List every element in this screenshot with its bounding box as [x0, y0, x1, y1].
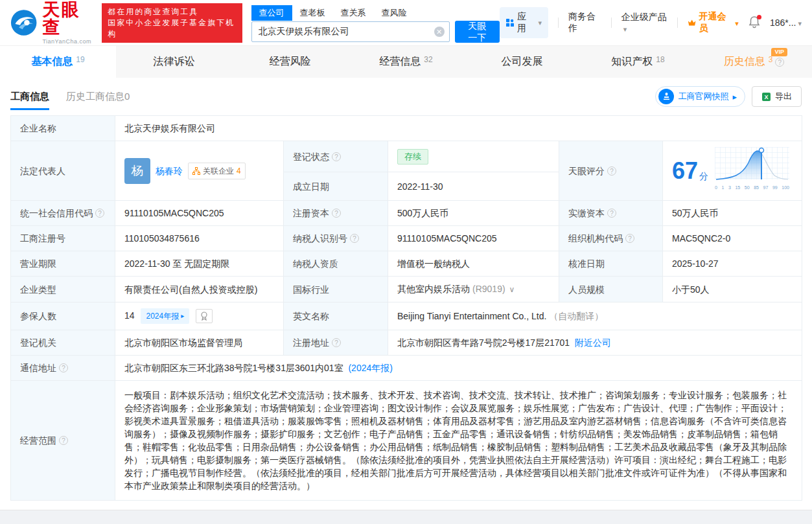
annual-report-badge[interactable]: 2024年报: [141, 308, 189, 324]
tab-count: 19: [76, 55, 84, 64]
help-icon[interactable]: [332, 152, 341, 161]
search-button[interactable]: 天眼一下: [455, 21, 500, 43]
field-label-tianyan-score: 天眼评分: [559, 141, 663, 201]
tab-operation-risk[interactable]: 经营风险: [232, 46, 348, 78]
search-tab-company[interactable]: 查公司: [251, 5, 292, 21]
field-value-credit-code: 91110105MAC5QNC205: [115, 201, 284, 226]
help-icon[interactable]: [95, 209, 104, 218]
avatar[interactable]: 杨: [124, 158, 150, 184]
field-value-org-code: MAC5QNC2-0: [663, 226, 802, 251]
field-label-company-name: 企业名称: [11, 116, 115, 141]
slogan-banner: 都在用的商业查询工具 国家中小企业发展子基金旗下机构: [102, 3, 242, 43]
field-value-legal-rep: 杨 杨春玲 关联企业 4: [115, 141, 284, 201]
help-icon[interactable]: [59, 436, 68, 445]
tab-label: 法律诉讼: [154, 55, 195, 69]
table-row: 登记机关 北京市朝阳区市场监督管理局 注册地址 北京市朝阳区青年路7号院2号楼1…: [11, 330, 802, 356]
field-label-business-term: 营业期限: [11, 251, 115, 277]
nav-enterprise-products[interactable]: 企业级产品: [621, 12, 667, 34]
table-row: 经营范围 一般项目：剧本娱乐活动；组织文化艺术交流活动；技术服务、技术开发、技术…: [11, 381, 802, 501]
search-tab-boss[interactable]: 查老板: [292, 5, 333, 21]
tab-intellectual-property[interactable]: 知识产权 18: [580, 46, 696, 78]
slogan-line1: 都在用的商业查询工具: [108, 6, 236, 17]
table-row: 工商注册号 110105034875616 纳税人识别号 91110105MAC…: [11, 226, 802, 251]
related-companies-count: 4: [237, 165, 241, 177]
search-area: 查公司 查老板 查关系 查风险 天眼一下: [251, 5, 500, 43]
field-value-company-type: 有限责任公司(自然人投资或控股): [115, 277, 284, 302]
help-icon[interactable]: [607, 166, 616, 176]
vip-upgrade-link[interactable]: 开通会员: [688, 11, 739, 34]
field-value-reg-number: 110105034875616: [115, 226, 284, 251]
score-value: 67分: [672, 159, 708, 183]
help-icon[interactable]: [625, 234, 634, 243]
notification-bell-icon[interactable]: [748, 16, 760, 29]
score-distribution-chart: 0131550859799100: [715, 147, 789, 194]
chevron-down-icon[interactable]: [505, 284, 515, 294]
nav-separator: [611, 17, 612, 28]
search-tab-relation[interactable]: 查关系: [333, 5, 374, 21]
subtab-row: 工商信息 历史工商信息0 工商官网快照 X 导出: [10, 78, 802, 115]
field-value-business-scope: 一般项目：剧本娱乐活动；组织文化艺术交流活动；技术服务、技术开发、技术咨询、技术…: [115, 381, 802, 501]
export-label: 导出: [775, 91, 792, 102]
annual-report-link[interactable]: (2024年报): [348, 363, 392, 373]
user-account-menu[interactable]: 186*...: [770, 17, 802, 28]
subtab-history-business-info[interactable]: 历史工商信息0: [66, 91, 130, 103]
tab-history-info[interactable]: VIP 历史信息 3: [696, 46, 812, 78]
vip-caret-icon: [734, 17, 739, 28]
auto-translate-note: （自动翻译）: [549, 311, 603, 321]
grid-icon: [506, 18, 514, 27]
arrow-right-icon: [732, 92, 737, 102]
field-label-reg-number: 工商注册号: [11, 226, 115, 251]
company-info-table: 企业名称 北京天伊娱乐有限公司 法定代表人 杨 杨春玲 关联企业: [10, 115, 802, 501]
tab-basic-info[interactable]: 基本信息 19: [0, 46, 116, 78]
slogan-line2: 国家中小企业发展子基金旗下机构: [108, 17, 236, 40]
tab-label: 经营风险: [270, 55, 311, 69]
tianyancha-logo-icon: [10, 8, 37, 37]
table-row: 法定代表人 杨 杨春玲 关联企业 4: [11, 141, 802, 172]
field-label-establish-date: 成立日期: [284, 172, 388, 201]
tab-operation-info[interactable]: 经营信息 32: [348, 46, 464, 78]
help-icon[interactable]: [59, 363, 68, 372]
stamp-icon: [658, 89, 674, 104]
field-label-reg-authority: 登记机关: [11, 330, 115, 356]
top-nav: 应用 商务合作 企业级产品 开通会员 186*...: [500, 7, 802, 38]
search-input[interactable]: [251, 21, 450, 42]
help-icon[interactable]: [607, 209, 616, 218]
export-button[interactable]: X 导出: [752, 86, 802, 107]
tab-label: 历史信息: [724, 55, 765, 69]
tab-company-development[interactable]: 公司发展: [464, 46, 580, 78]
field-label-reg-capital: 注册资本: [284, 201, 388, 226]
field-value-business-term: 2022-11-30 至 无固定期限: [115, 251, 284, 277]
crown-icon: [688, 19, 696, 27]
clear-icon[interactable]: [434, 27, 445, 37]
tab-count: 18: [656, 55, 664, 64]
field-label-org-code: 组织机构代码: [559, 226, 663, 251]
field-value-tianyan-score[interactable]: 67分: [663, 141, 802, 201]
tab-label: 知识产权: [611, 55, 653, 69]
apps-label: 应用: [517, 11, 533, 34]
field-value-staff-size: 小于50人: [663, 277, 802, 302]
nav-business-coop[interactable]: 商务合作: [568, 11, 601, 34]
tab-legal-proceedings[interactable]: 法律诉讼: [116, 46, 232, 78]
help-icon[interactable]: [332, 338, 341, 347]
help-icon[interactable]: [775, 58, 784, 67]
help-icon[interactable]: [332, 209, 341, 218]
field-value-taxpayer-quality: 增值税一般纳税人: [388, 251, 559, 277]
field-label-approval-date: 核准日期: [559, 251, 663, 277]
field-label-staff-size: 人员规模: [559, 277, 663, 302]
official-snapshot-button[interactable]: 工商官网快照: [655, 86, 745, 107]
apps-menu[interactable]: 应用: [500, 7, 548, 38]
field-value-approval-date: 2025-10-27: [663, 251, 802, 277]
nav-separator: [677, 17, 678, 28]
field-label-mail-address: 通信地址: [11, 356, 115, 381]
nearby-companies-link[interactable]: 附近公司: [575, 337, 611, 348]
medal-icon[interactable]: [196, 309, 213, 323]
excel-icon: X: [761, 92, 771, 102]
field-value-company-name: 北京天伊娱乐有限公司: [115, 116, 802, 141]
vip-label: 开通会员: [699, 11, 731, 34]
legal-rep-name-link[interactable]: 杨春玲: [156, 165, 183, 177]
related-companies-badge[interactable]: 关联企业 4: [188, 163, 246, 179]
help-icon[interactable]: [350, 234, 359, 243]
subtab-business-info[interactable]: 工商信息: [10, 91, 49, 103]
logo[interactable]: 天眼查 TianYanCha.com: [10, 1, 95, 45]
search-tab-risk[interactable]: 查风险: [374, 5, 415, 21]
